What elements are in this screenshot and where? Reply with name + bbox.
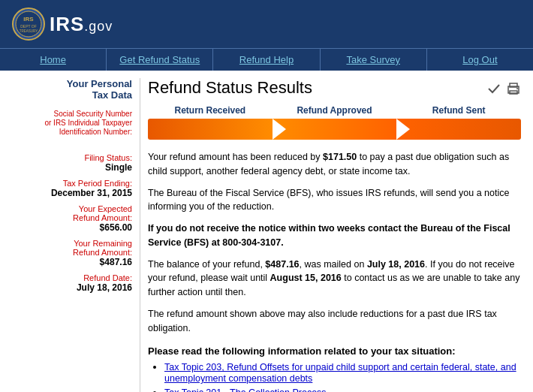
filing-status-value: Single — [12, 162, 132, 173]
message-2: The Bureau of the Fiscal Service (BFS), … — [148, 186, 521, 215]
svg-text:TREASURY: TREASURY — [20, 29, 38, 33]
ssn-field: Social Security Numberor IRS Individual … — [12, 110, 132, 147]
progress-bar-fill — [148, 119, 521, 140]
message-4: The balance of your refund, $487.16, was… — [148, 258, 521, 300]
sidebar: Your Personal Tax Data Social Security N… — [12, 78, 140, 392]
please-read-heading: Please read the following information re… — [148, 345, 521, 357]
header-icons — [486, 81, 521, 96]
remaining-refund-value: $487.16 — [12, 257, 132, 267]
nav-refund-status-link[interactable]: Get Refund Status — [119, 54, 200, 65]
progress-labels: Return Received Refund Approved Refund S… — [148, 105, 521, 116]
svg-text:DEPT OF: DEPT OF — [20, 24, 37, 29]
save-icon[interactable] — [486, 81, 501, 96]
content-area: Refund Status Results Return Receiv — [140, 78, 521, 392]
filing-status-field: Filing Status: Single — [12, 153, 132, 173]
filing-status-label: Filing Status: — [12, 153, 132, 162]
ssn-label: Social Security Numberor IRS Individual … — [12, 110, 132, 137]
step-refund-approved: Refund Approved — [273, 105, 397, 116]
step-refund-sent: Refund Sent — [396, 105, 521, 116]
nav-survey-link[interactable]: Take Survey — [346, 54, 400, 65]
resource-links: Tax Topic 203, Refund Offsets for unpaid… — [148, 361, 521, 392]
logo-gov-text: .gov — [84, 19, 113, 34]
progress-bar — [148, 119, 521, 140]
expected-refund-label: Your ExpectedRefund Amount: — [12, 204, 132, 222]
message-1: Your refund amount has been reduced by $… — [148, 150, 521, 179]
refund-date-label: Refund Date: — [12, 273, 132, 282]
tax-period-label: Tax Period Ending: — [12, 179, 132, 188]
nav-get-refund-status[interactable]: Get Refund Status — [107, 49, 213, 71]
print-icon[interactable] — [506, 81, 521, 96]
chevron-1 — [273, 119, 286, 140]
expected-refund-value: $656.00 — [12, 222, 132, 233]
main-content: Your Personal Tax Data Social Security N… — [0, 71, 533, 392]
irs-seal-icon: IRS DEPT OF TREASURY — [12, 8, 45, 41]
refund-date-value: July 18, 2016 — [12, 282, 132, 293]
logo-wordmark: IRS.gov — [50, 13, 113, 36]
logo-irs-text: IRS.gov — [50, 13, 113, 35]
content-header: Refund Status Results — [148, 78, 521, 98]
progress-section: Return Received Refund Approved Refund S… — [148, 105, 521, 140]
nav-home-link[interactable]: Home — [40, 54, 66, 65]
page-title: Refund Status Results — [148, 78, 312, 98]
nav-take-survey[interactable]: Take Survey — [321, 49, 427, 71]
nav-refund-help[interactable]: Refund Help — [213, 49, 320, 71]
step-return-received: Return Received — [148, 105, 273, 116]
nav-refund-help-link[interactable]: Refund Help — [239, 54, 294, 65]
remaining-refund-label: Your RemainingRefund Amount: — [12, 239, 132, 257]
tax-topic-203-link[interactable]: Tax Topic 203, Refund Offsets for unpaid… — [164, 362, 516, 384]
link-item-1: Tax Topic 203, Refund Offsets for unpaid… — [164, 361, 521, 384]
svg-rect-7 — [510, 83, 517, 87]
main-nav: Home Get Refund Status Refund Help Take … — [0, 48, 533, 71]
chevron-2 — [396, 119, 410, 140]
irs-logo: IRS DEPT OF TREASURY IRS.gov — [12, 8, 113, 41]
nav-home[interactable]: Home — [0, 49, 107, 71]
message-3: If you do not receive the notice within … — [148, 222, 521, 250]
svg-text:IRS: IRS — [23, 16, 34, 23]
refund-date-field: Refund Date: July 18, 2016 — [12, 273, 132, 293]
svg-rect-8 — [510, 91, 517, 94]
expected-refund-field: Your ExpectedRefund Amount: $656.00 — [12, 204, 132, 233]
sidebar-title: Your Personal Tax Data — [12, 78, 132, 101]
nav-log-out[interactable]: Log Out — [427, 49, 533, 71]
page-header: IRS DEPT OF TREASURY IRS.gov — [0, 0, 533, 48]
message-5: The refund amount shown above may also i… — [148, 307, 521, 336]
remaining-refund-field: Your RemainingRefund Amount: $487.16 — [12, 239, 132, 267]
tax-topic-201-link[interactable]: Tax Topic 201 - The Collection Process — [164, 387, 327, 392]
svg-point-9 — [516, 88, 518, 89]
tax-period-field: Tax Period Ending: December 31, 2015 — [12, 179, 132, 198]
nav-logout-link[interactable]: Log Out — [462, 54, 497, 65]
ssn-value — [12, 137, 132, 147]
link-item-2: Tax Topic 201 - The Collection Process — [164, 387, 521, 392]
tax-period-value: December 31, 2015 — [12, 188, 132, 198]
